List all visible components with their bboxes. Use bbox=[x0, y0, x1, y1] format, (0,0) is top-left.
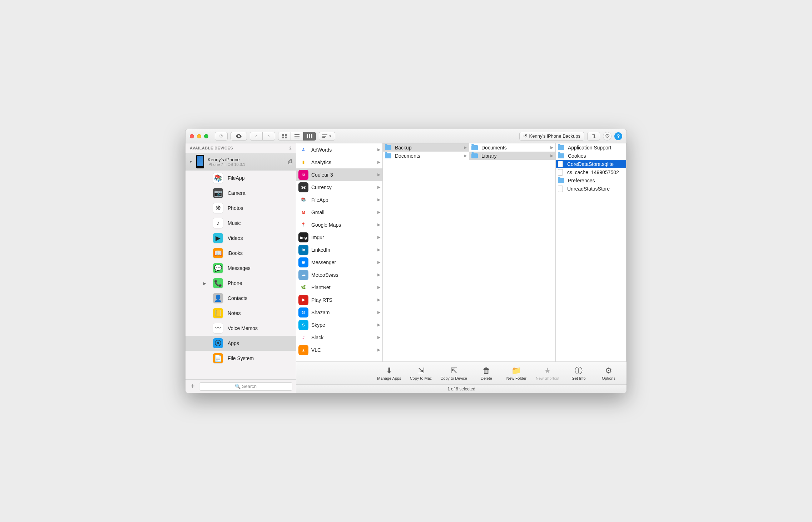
backups-button[interactable]: ↺ Kenny's iPhone Backups bbox=[519, 132, 584, 141]
transfer-button[interactable]: ⇅ bbox=[587, 132, 600, 141]
list-view-button[interactable] bbox=[291, 132, 303, 141]
row-documents[interactable]: Documents▶ bbox=[469, 143, 555, 152]
app-icon: ❋ bbox=[213, 203, 223, 213]
app-icon: ʊ bbox=[298, 170, 308, 180]
app-label: Currency bbox=[311, 184, 332, 190]
app-icon: ◉ bbox=[298, 257, 308, 267]
sidebar-item-ibooks[interactable]: 📖iBooks bbox=[185, 246, 296, 261]
column-2[interactable]: Backup▶Documents▶ bbox=[383, 143, 469, 361]
row-unreadstatusstore[interactable]: UnreadStatusStore bbox=[556, 184, 626, 193]
nav-group: ‹ › bbox=[250, 132, 275, 141]
search-input[interactable]: 🔍 Search bbox=[199, 382, 292, 391]
app-icon: ▶ bbox=[298, 295, 308, 305]
search-placeholder: Search bbox=[242, 384, 257, 389]
sidebar-item-notes[interactable]: 📒Notes bbox=[185, 306, 296, 321]
app-row-vlc[interactable]: ▲VLC▶ bbox=[296, 344, 382, 356]
reload-button[interactable]: ⟳ bbox=[215, 132, 228, 141]
app-row-play-rts[interactable]: ▶Play RTS▶ bbox=[296, 294, 382, 306]
icon-view-button[interactable] bbox=[278, 132, 291, 141]
column-3[interactable]: Documents▶Library▶ bbox=[469, 143, 556, 361]
column-view-button[interactable] bbox=[303, 132, 316, 141]
titlebar: ⟳ ‹ › ▼ ↺ Kenny's iPhone Backups bbox=[185, 129, 627, 143]
item-label: CoreDataStore.sqlite bbox=[567, 161, 614, 167]
toolbar-get-info[interactable]: ⓘGet Info bbox=[568, 366, 589, 380]
app-icon: 📖 bbox=[213, 248, 223, 258]
row-coredatastore-sqlite[interactable]: CoreDataStore.sqlite bbox=[556, 160, 626, 168]
sidebar-item-label: Videos bbox=[228, 235, 243, 241]
item-label: Documents bbox=[481, 145, 507, 151]
app-icon: ◎ bbox=[298, 307, 308, 317]
app-row-gmail[interactable]: MGmail▶ bbox=[296, 206, 382, 218]
minimize-button[interactable] bbox=[197, 134, 201, 138]
app-icon: 📒 bbox=[213, 308, 223, 319]
app-row-couleur-3[interactable]: ʊCouleur 3▶ bbox=[296, 168, 382, 181]
disclosure-icon[interactable]: ▼ bbox=[189, 160, 193, 164]
toolbar-label: Delete bbox=[481, 376, 492, 380]
app-icon: ♪ bbox=[213, 218, 223, 228]
app-row-google-maps[interactable]: 📍Google Maps▶ bbox=[296, 218, 382, 231]
zoom-button[interactable] bbox=[204, 134, 208, 138]
app-icon: M bbox=[298, 207, 308, 217]
column-4[interactable]: Application SupportCookiesCoreDataStore.… bbox=[556, 143, 627, 361]
app-row-slack[interactable]: #Slack▶ bbox=[296, 331, 382, 344]
app-icon: 📍 bbox=[298, 220, 308, 230]
app-row-plantnet[interactable]: 🌿PlantNet▶ bbox=[296, 281, 382, 294]
toolbar-options[interactable]: ⚙Options bbox=[598, 366, 619, 380]
app-label: MeteoSwiss bbox=[311, 272, 338, 278]
arrange-button[interactable]: ▼ bbox=[319, 132, 335, 141]
app-row-analytics[interactable]: ▮Analytics▶ bbox=[296, 156, 382, 168]
device-row[interactable]: ▼ Kenny's iPhone iPhone 7 - iOS 10.3.1 ⎙ bbox=[185, 153, 296, 171]
sidebar-item-photos[interactable]: ❋Photos bbox=[185, 201, 296, 216]
toolbar-copy-to-device[interactable]: ⇱Copy to Device bbox=[440, 366, 467, 380]
app-row-meteoswiss[interactable]: ☁MeteoSwiss▶ bbox=[296, 269, 382, 281]
wifi-button[interactable] bbox=[603, 132, 612, 141]
app-row-imgur[interactable]: imgImgur▶ bbox=[296, 231, 382, 243]
quicklook-button[interactable] bbox=[231, 132, 247, 141]
app-row-linkedin[interactable]: inLinkedIn▶ bbox=[296, 243, 382, 256]
app-row-messenger[interactable]: ◉Messenger▶ bbox=[296, 256, 382, 269]
app-row-shazam[interactable]: ◎Shazam▶ bbox=[296, 306, 382, 319]
sidebar-item-music[interactable]: ♪Music bbox=[185, 216, 296, 231]
app-icon: 👤 bbox=[213, 293, 223, 304]
back-button[interactable]: ‹ bbox=[250, 132, 263, 141]
chevron-right-icon: ▶ bbox=[377, 272, 380, 277]
row-preferences[interactable]: Preferences bbox=[556, 176, 626, 184]
app-row-adwords[interactable]: AAdWords▶ bbox=[296, 143, 382, 156]
row-cs-cache-1499057502[interactable]: cs_cache_1499057502 bbox=[556, 168, 626, 176]
add-button[interactable]: + bbox=[189, 382, 196, 390]
folder-icon bbox=[558, 178, 564, 183]
toolbar-new-folder[interactable]: 📁New Folder bbox=[506, 366, 527, 380]
toolbar-delete[interactable]: 🗑Delete bbox=[476, 366, 497, 380]
sidebar-item-apps[interactable]: ⒶApps bbox=[185, 336, 296, 351]
sidebar-item-fileapp[interactable]: 📚FileApp bbox=[185, 171, 296, 186]
forward-button[interactable]: › bbox=[262, 132, 275, 141]
svg-rect-0 bbox=[282, 134, 284, 136]
sidebar-item-contacts[interactable]: 👤Contacts bbox=[185, 291, 296, 306]
app-row-skype[interactable]: SSkype▶ bbox=[296, 319, 382, 331]
chevron-right-icon: ▶ bbox=[377, 160, 380, 164]
app-icon: Ⓐ bbox=[213, 338, 223, 349]
sidebar-item-file-system[interactable]: 📄File System bbox=[185, 351, 296, 366]
app-row-fileapp[interactable]: 📚FileApp▶ bbox=[296, 193, 382, 206]
column-apps[interactable]: AAdWords▶▮Analytics▶ʊCouleur 3▶$€Currenc… bbox=[296, 143, 383, 361]
app-row-currency[interactable]: $€Currency▶ bbox=[296, 181, 382, 193]
row-cookies[interactable]: Cookies bbox=[556, 152, 626, 160]
sidebar-item-voice-memos[interactable]: 〰Voice Memos bbox=[185, 321, 296, 336]
toolbar-copy-to-mac[interactable]: ⇲Copy to Mac bbox=[410, 366, 432, 380]
sidebar-item-videos[interactable]: ▶Videos bbox=[185, 231, 296, 246]
sidebar-footer: + 🔍 Search bbox=[185, 379, 296, 393]
help-button[interactable]: ? bbox=[614, 132, 622, 140]
sidebar-item-label: Voice Memos bbox=[228, 325, 258, 331]
app-icon: img bbox=[298, 232, 308, 242]
row-backup[interactable]: Backup▶ bbox=[383, 143, 469, 152]
sidebar-item-phone[interactable]: ▶📞Phone bbox=[185, 276, 296, 291]
toolbar-icon: 🗑 bbox=[482, 366, 490, 375]
close-button[interactable] bbox=[190, 134, 194, 138]
row-application-support[interactable]: Application Support bbox=[556, 143, 626, 152]
row-documents[interactable]: Documents▶ bbox=[383, 152, 469, 160]
sidebar-item-messages[interactable]: 💬Messages bbox=[185, 261, 296, 276]
sidebar-item-camera[interactable]: 📷Camera bbox=[185, 186, 296, 201]
row-library[interactable]: Library▶ bbox=[469, 152, 555, 160]
sidebar-item-label: Photos bbox=[228, 205, 243, 211]
toolbar-manage-apps[interactable]: ⬇Manage Apps bbox=[377, 366, 401, 380]
